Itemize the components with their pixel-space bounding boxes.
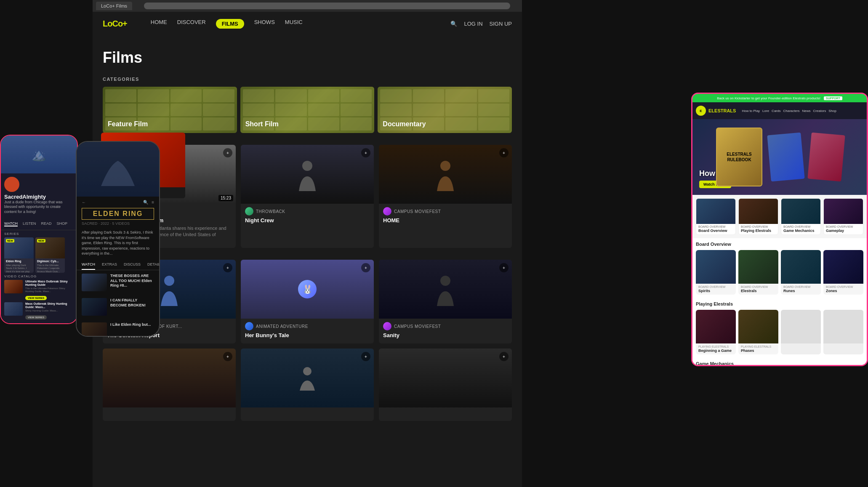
film-card-bunny[interactable]: 🐰 + ANIMATED ADVENTURE Her Bunny's Tale: [241, 260, 374, 343]
phone-tab-shop[interactable]: SHOP: [57, 221, 68, 226]
tablet-hero: ELESTRALSRULEBOOK How to Play Watch Seri…: [692, 119, 867, 195]
video-thumb-3: [82, 322, 107, 336]
phone-meta: SACRED · 2022 · 5 VIDEOS: [77, 220, 159, 227]
tablet-board-elestrals-title: Elestrals: [738, 289, 778, 295]
browser-url-bar[interactable]: [144, 3, 510, 9]
svg-point-4: [440, 276, 450, 286]
phone-tab-watch[interactable]: WATCH: [4, 221, 18, 226]
elestrals-book: ELESTRALSRULEBOOK: [716, 128, 762, 186]
phone-tab-listen[interactable]: LISTEN: [23, 221, 36, 226]
tablet-nav-creators[interactable]: Creators: [813, 109, 826, 113]
tablet-board-spirits-label: BOARD OVERVIEW: [696, 284, 736, 289]
tablet-card-gameplay[interactable]: BOARD OVERVIEW Gameplay: [823, 198, 863, 235]
phone-series-digimon[interactable]: NEW Digimon: Cyb... This is the Ultimate…: [35, 237, 65, 273]
bookmark-icon-5[interactable]: +: [361, 263, 370, 272]
film-card-r3-3[interactable]: +: [379, 349, 512, 421]
phone-left-desc: Just a dude from Chicago that was blesse…: [4, 200, 74, 215]
video-item-3[interactable]: I Like Elden Ring but...: [77, 319, 159, 336]
category-short-film[interactable]: Short Film: [240, 87, 375, 133]
bookmark-icon-2[interactable]: +: [361, 148, 370, 157]
category-documentary[interactable]: Documentary: [378, 87, 512, 133]
sign-up-button[interactable]: SIGN UP: [490, 21, 512, 27]
tablet-nav-shop[interactable]: Shop: [828, 109, 836, 113]
tablet-playing-phases[interactable]: PLAYING ELESTRALS Phases: [738, 310, 778, 354]
tablet-board-zones-label: BOARD OVERVIEW: [823, 284, 863, 289]
phone-center-mockup: ← 🔍 ≡ ELDEN RING SACRED · 2022 · 5 VIDEO…: [76, 141, 160, 337]
tablet-board-elestrals[interactable]: BOARD OVERVIEW Elestrals: [738, 250, 778, 295]
tablet-nav-how[interactable]: How to Play: [742, 109, 760, 113]
board-overview-title: Board Overview: [696, 242, 863, 247]
tablet-nav-cards[interactable]: Cards: [772, 109, 780, 113]
nav-discover[interactable]: DISCOVER: [177, 19, 206, 29]
pct-discuss[interactable]: DISCUSS: [124, 262, 141, 270]
bookmark-icon-9[interactable]: +: [499, 352, 509, 361]
phone-catalog-item-2[interactable]: Mass Outbreak Shiny Hunting Guide: Mass.…: [4, 302, 74, 320]
svg-point-3: [164, 276, 174, 286]
bookmark-icon-8[interactable]: +: [361, 352, 370, 361]
tablet-card-playing[interactable]: BOARD OVERVIEW Playing Elestrals: [738, 198, 778, 235]
phone-catalog: VIDEO CATALOG Ultimate Mass Outbreak Shi…: [1, 273, 77, 323]
film-card-sanity[interactable]: + CAMPUS MOVIEFEST Sanity: [379, 260, 512, 343]
categories-row: Feature Film Short Film Documentary: [103, 87, 512, 133]
film-thumb-3: +: [379, 145, 512, 204]
view-series-btn-1[interactable]: VIEW SERIES: [25, 296, 47, 300]
film-category-5: ANIMATED ADVENTURE: [256, 324, 308, 329]
phone-left-tabs: WATCH LISTEN READ SHOP: [1, 218, 77, 230]
tablet-board-spirits-thumb: [696, 250, 736, 284]
bookmark-icon-4[interactable]: +: [223, 263, 232, 272]
phone-left-username: SacredAlmighty: [4, 194, 74, 200]
banner-support-btn[interactable]: SUPPORT: [824, 96, 842, 100]
video-item-2[interactable]: I CAN FINALLY BECOME BROKEN!: [77, 295, 159, 319]
bookmark-icon-7[interactable]: +: [223, 352, 232, 361]
tablet-board-zones[interactable]: BOARD OVERVIEW Zones: [823, 250, 863, 295]
tablet-nav-chars[interactable]: Characters: [783, 109, 799, 113]
phone-center-desc: After playing Dark Souls 3 & Sekiro, I t…: [77, 227, 159, 259]
tablet-board-spirits-title: Spirits: [696, 289, 736, 295]
tablet-top-cards: BOARD OVERVIEW Board Overview BOARD OVER…: [692, 195, 867, 238]
phone-catalog-item-1[interactable]: Ultimate Mass Outbreak Shiny Hunting Gui…: [4, 280, 74, 301]
bookmark-icon-3[interactable]: +: [499, 148, 509, 157]
phone-tab-read[interactable]: READ: [41, 221, 52, 226]
tablet-board-spirits[interactable]: BOARD OVERVIEW Spirits: [696, 250, 736, 295]
nav-films[interactable]: FILMS: [216, 19, 244, 29]
video-item-1[interactable]: THESE BOSSES ARE ALL TOO MUCH! Elden Rin…: [77, 270, 159, 295]
category-feature-film[interactable]: Feature Film: [103, 87, 237, 133]
bookmark-icon[interactable]: +: [223, 148, 232, 157]
nav-shows[interactable]: SHOWS: [254, 19, 275, 29]
tablet-nav-lore[interactable]: Lore: [762, 109, 769, 113]
pct-extras[interactable]: EXTRAS: [102, 262, 117, 270]
nav-music[interactable]: MUSIC: [285, 19, 303, 29]
svg-point-2: [440, 161, 450, 171]
category-documentary-label: Documentary: [383, 120, 426, 128]
search-icon[interactable]: 🔍: [450, 21, 457, 27]
tablet-card-board-overview[interactable]: BOARD OVERVIEW Board Overview: [696, 198, 736, 235]
logo[interactable]: LoCo+: [103, 19, 127, 29]
pct-details[interactable]: DETAILS: [147, 262, 160, 270]
new-badge-2: NEW: [37, 239, 45, 242]
tablet-playing-beginning[interactable]: PLAYING ELESTRALS Beginning a Game: [696, 310, 736, 354]
tablet-nav-news[interactable]: News: [802, 109, 811, 113]
bookmark-icon-6[interactable]: +: [499, 263, 509, 272]
nav-home[interactable]: HOME: [151, 19, 167, 29]
tablet-card-mechanics[interactable]: BOARD OVERVIEW Game Mechanics: [781, 198, 821, 235]
film-card-home[interactable]: + CAMPUS MOVIEFEST HOME: [379, 145, 512, 248]
tablet-board-runes[interactable]: BOARD OVERVIEW Runes: [781, 250, 821, 295]
tablet-board-runes-thumb: [781, 250, 821, 284]
film-category-3: CAMPUS MOVIEFEST: [394, 209, 441, 214]
film-title-2: Night Crew: [245, 217, 370, 224]
film-avatar-2: [245, 207, 253, 216]
menu-icon[interactable]: ≡: [152, 200, 154, 205]
film-card-night-crew[interactable]: + THROWBACK Night Crew: [241, 145, 374, 248]
browser-tab[interactable]: LoCo+ Films: [96, 2, 132, 10]
search-icon-small[interactable]: 🔍: [143, 200, 148, 205]
film-card-r3-2[interactable]: +: [241, 349, 374, 421]
back-icon[interactable]: ←: [82, 200, 86, 205]
categories-label: CATEGORIES: [103, 77, 512, 82]
view-series-btn-2[interactable]: VIEW SERIES: [25, 315, 47, 319]
tablet-playing-beginning-label: PLAYING ELESTRALS: [696, 343, 736, 349]
film-card-r3-1[interactable]: +: [103, 349, 236, 421]
pct-watch[interactable]: WATCH: [82, 262, 95, 270]
log-in-button[interactable]: LOG IN: [464, 21, 482, 27]
playing-section-title: Playing Elestrals: [696, 301, 863, 306]
phone-series-elden-ring[interactable]: NEW Elden Ring After playing Dark Souls …: [4, 237, 34, 273]
